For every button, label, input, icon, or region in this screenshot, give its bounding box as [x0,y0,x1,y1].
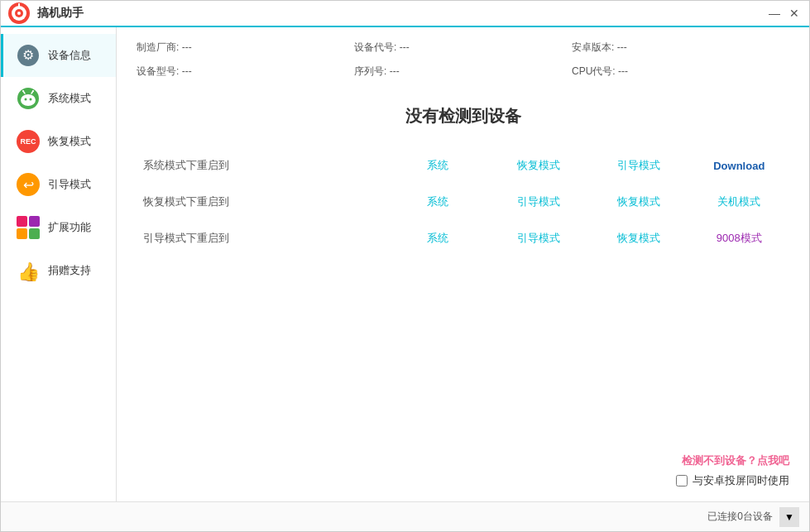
back-badge: ↩ [17,173,40,196]
svg-point-11 [30,98,32,101]
sidebar-label-system-mode: 系统模式 [48,91,91,106]
boot-link[interactable]: 引导模式 [588,147,688,184]
app-logo-icon [7,2,31,25]
title-bar: 搞机助手 — ✕ [1,1,809,27]
device-model-info: 设备型号: --- [137,65,354,79]
rec-badge: REC [17,130,40,153]
content-area: 制造厂商: --- 设备代号: --- 安卓版本: --- 设备型号: --- … [117,27,809,501]
sidebar-label-recovery-mode: 恢复模式 [48,134,91,149]
boot-row-spacer [338,147,388,184]
no-device-text: 没有检测到设备 [405,105,521,127]
rec-icon: REC [17,130,40,153]
sidebar-label-expand: 扩展功能 [48,220,91,235]
android-version-info: 安卓版本: --- [572,41,789,55]
no-device-area: 没有检测到设备 [137,89,789,141]
boot-link[interactable]: 恢复模式 [588,220,688,256]
sidebar-item-system-mode[interactable]: 系统模式 [1,77,116,120]
title-controls: — ✕ [766,5,803,22]
boot-row-label: 系统模式下重启到 [137,147,338,184]
boot-link[interactable]: 恢复模式 [588,184,688,220]
title-bar-left: 搞机助手 [7,2,84,25]
close-button[interactable]: ✕ [786,5,803,22]
svg-rect-4 [18,3,20,7]
svg-rect-9 [22,98,34,103]
minimize-button[interactable]: — [766,5,783,22]
sidebar-label-device-info: 设备信息 [48,48,91,63]
svg-point-15 [32,90,34,92]
sidebar-item-donate[interactable]: 👍 捐赠支持 [1,249,116,292]
checkbox-row: 与安卓投屏同时使用 [676,473,789,488]
sidebar-item-device-info[interactable]: ⚙ 设备信息 [1,34,116,77]
grid-icon [17,216,40,239]
status-text: 已连接0台设备 [707,510,773,524]
boot-row-spacer [338,220,388,256]
device-info-row-1: 制造厂商: --- 设备代号: --- 安卓版本: --- [137,41,789,55]
checkbox-label: 与安卓投屏同时使用 [693,473,789,488]
app-window: 搞机助手 — ✕ ⚙ 设备信息 [0,0,810,532]
serial-info: 序列号: --- [354,65,572,79]
svg-point-14 [22,90,24,92]
device-info-row-2: 设备型号: --- 序列号: --- CPU代号: --- [137,65,789,79]
thumb-icon: 👍 [17,259,40,282]
boot-link[interactable]: 系统 [387,220,487,256]
gear-icon: ⚙ [17,44,40,67]
back-icon: ↩ [17,173,40,196]
boot-row-spacer [338,184,388,220]
boot-row-label: 引导模式下重启到 [137,220,338,256]
sidebar-label-boot-mode: 引导模式 [48,177,91,192]
manufacturer-info: 制造厂商: --- [137,41,354,55]
boot-row-label: 恢复模式下重启到 [137,184,338,220]
svg-text:⚙: ⚙ [22,48,34,62]
boot-table: 系统模式下重启到系统恢复模式引导模式Download恢复模式下重启到系统引导模式… [137,147,789,256]
android-screen-checkbox[interactable] [676,475,688,486]
boot-link[interactable]: 恢复模式 [488,147,588,184]
sidebar-item-boot-mode[interactable]: ↩ 引导模式 [1,163,116,206]
cpu-info: CPU代号: --- [572,65,789,79]
svg-point-3 [17,12,21,15]
bottom-actions: 检测不到设备？点我吧 与安卓投屏同时使用 [137,453,789,488]
sidebar-item-expand[interactable]: 扩展功能 [1,206,116,249]
grid-badge [17,216,40,239]
app-title: 搞机助手 [37,6,84,21]
boot-row: 系统模式下重启到系统恢复模式引导模式Download [137,147,789,184]
boot-link[interactable]: 引导模式 [488,184,588,220]
sidebar: ⚙ 设备信息 [1,27,117,501]
svg-text:👍: 👍 [17,261,39,281]
boot-row: 引导模式下重启到系统引导模式恢复模式9008模式 [137,220,789,256]
status-dropdown-button[interactable]: ▼ [779,507,799,527]
main-area: ⚙ 设备信息 [1,27,809,501]
android-icon [17,87,40,110]
boot-link[interactable]: Download [689,147,789,184]
svg-point-10 [25,98,27,101]
boot-link[interactable]: 系统 [387,184,487,220]
boot-link[interactable]: 9008模式 [689,220,789,256]
detect-link[interactable]: 检测不到设备？点我吧 [682,453,789,468]
sidebar-label-donate: 捐赠支持 [48,263,91,278]
sidebar-item-recovery-mode[interactable]: REC 恢复模式 [1,120,116,163]
device-code-info: 设备代号: --- [354,41,572,55]
boot-link[interactable]: 引导模式 [488,220,588,256]
boot-link[interactable]: 关机模式 [689,184,789,220]
boot-link[interactable]: 系统 [387,147,487,184]
status-bar: 已连接0台设备 ▼ [1,501,809,531]
boot-row: 恢复模式下重启到系统引导模式恢复模式关机模式 [137,184,789,220]
